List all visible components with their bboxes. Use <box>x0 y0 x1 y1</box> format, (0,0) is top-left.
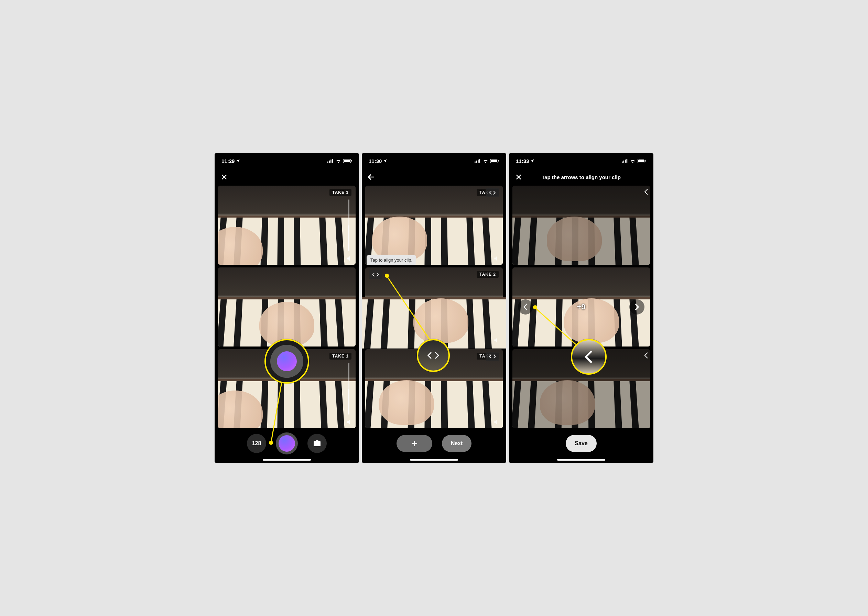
nudge-right-button[interactable] <box>629 299 645 314</box>
svg-rect-7 <box>475 162 476 163</box>
battery-icon <box>343 159 352 163</box>
back-button[interactable] <box>366 172 376 182</box>
header-title: Tap the arrows to align your clip <box>542 174 621 180</box>
svg-rect-1 <box>329 160 330 163</box>
close-icon <box>220 173 228 181</box>
piano-keys <box>513 215 650 265</box>
close-icon <box>515 173 522 181</box>
signal-icon <box>327 159 333 163</box>
record-button[interactable] <box>276 432 298 454</box>
svg-rect-15 <box>623 160 624 163</box>
align-handle-right[interactable] <box>486 189 499 197</box>
plus-icon <box>410 439 418 448</box>
clip-2[interactable]: TAKE 2 Tap to align your clip. <box>365 267 503 347</box>
signal-icon <box>475 159 481 163</box>
clip-1[interactable] <box>513 185 650 265</box>
bottom-bar: Next <box>362 431 506 456</box>
switch-camera-icon <box>313 439 321 448</box>
save-button[interactable]: Save <box>566 435 596 452</box>
svg-rect-2 <box>330 159 332 163</box>
status-time: 11:33 <box>516 158 529 164</box>
svg-rect-19 <box>638 159 645 162</box>
align-arrows-icon <box>489 190 496 195</box>
nudge-left-button[interactable] <box>518 299 533 314</box>
bottom-bar: Save <box>509 431 653 456</box>
next-button[interactable]: Next <box>442 435 472 452</box>
wifi-icon <box>483 159 488 163</box>
back-arrow-icon <box>367 173 376 181</box>
clip-2-live[interactable] <box>218 267 355 347</box>
volume-icon[interactable] <box>493 419 500 426</box>
volume-slider[interactable] <box>348 363 349 415</box>
switch-camera-button[interactable] <box>307 434 327 453</box>
callout-anchor-dot <box>533 305 537 310</box>
wifi-icon <box>336 159 341 163</box>
clip-1[interactable]: TAKE 1 <box>218 185 355 265</box>
home-indicator[interactable] <box>410 459 458 460</box>
volume-icon[interactable] <box>493 255 500 262</box>
volume-slider[interactable] <box>348 200 349 251</box>
location-arrow-icon <box>236 159 240 163</box>
chevron-left-icon <box>644 352 649 359</box>
hand-illustration <box>564 299 619 343</box>
screen-align-tooltip: 11:30 TAKE 1 <box>362 153 506 463</box>
home-indicator[interactable] <box>557 459 605 460</box>
align-tooltip: Tap to align your clip. <box>366 255 416 265</box>
close-button[interactable] <box>514 172 524 182</box>
svg-rect-16 <box>625 159 626 163</box>
svg-rect-20 <box>645 160 646 162</box>
hand-illustration <box>372 217 427 261</box>
add-clip-button[interactable] <box>396 435 432 452</box>
chevron-left-icon <box>644 189 649 195</box>
bottom-bar: 128 <box>215 431 359 456</box>
callout-anchor-dot <box>385 273 389 278</box>
wifi-icon <box>630 159 635 163</box>
svg-rect-0 <box>327 162 329 163</box>
align-handle-right-partial[interactable] <box>644 189 649 195</box>
status-time: 11:29 <box>222 158 234 164</box>
status-bar: 11:30 <box>362 153 506 168</box>
svg-rect-12 <box>491 159 497 162</box>
close-button[interactable] <box>219 172 229 182</box>
align-handle-right-partial[interactable] <box>644 352 649 359</box>
battery-icon <box>491 159 499 163</box>
header <box>362 168 506 185</box>
svg-rect-17 <box>627 159 627 163</box>
svg-rect-10 <box>480 159 480 163</box>
status-bar: 11:33 <box>509 153 653 168</box>
home-indicator[interactable] <box>263 459 311 460</box>
svg-rect-14 <box>622 162 623 163</box>
volume-icon[interactable] <box>493 337 500 344</box>
status-bar: 11:29 <box>215 153 359 168</box>
svg-rect-5 <box>344 159 350 162</box>
save-label: Save <box>575 440 587 446</box>
svg-rect-8 <box>476 160 477 163</box>
record-button-inner <box>278 435 295 452</box>
header <box>215 168 359 185</box>
clips-stack: TAKE 1 TAKE 1 <box>218 185 355 428</box>
location-arrow-icon <box>530 159 535 163</box>
callout-anchor-dot <box>269 441 273 445</box>
location-arrow-icon <box>383 159 387 163</box>
take-badge: TAKE 1 <box>329 353 351 360</box>
chevron-left-icon <box>523 303 528 311</box>
align-handle-right[interactable] <box>486 352 499 361</box>
align-arrows-icon <box>427 351 440 360</box>
callout-record <box>264 339 309 383</box>
signal-icon <box>622 159 628 163</box>
volume-icon[interactable] <box>346 255 353 262</box>
svg-rect-6 <box>351 160 352 162</box>
piano-keys <box>513 379 650 428</box>
align-handle-left[interactable] <box>369 270 382 279</box>
svg-rect-13 <box>498 160 499 162</box>
hand-illustration <box>540 380 595 425</box>
align-arrows-icon <box>372 272 379 277</box>
bpm-button[interactable]: 128 <box>247 434 266 453</box>
volume-icon[interactable] <box>346 419 353 426</box>
hand-illustration <box>414 299 469 343</box>
take-badge: TAKE 2 <box>476 271 498 278</box>
hand-illustration <box>379 380 434 425</box>
clip-1[interactable]: TAKE 1 <box>365 185 503 265</box>
screen-record: 11:29 TAKE 1 <box>215 153 359 463</box>
callout-align <box>417 339 450 372</box>
